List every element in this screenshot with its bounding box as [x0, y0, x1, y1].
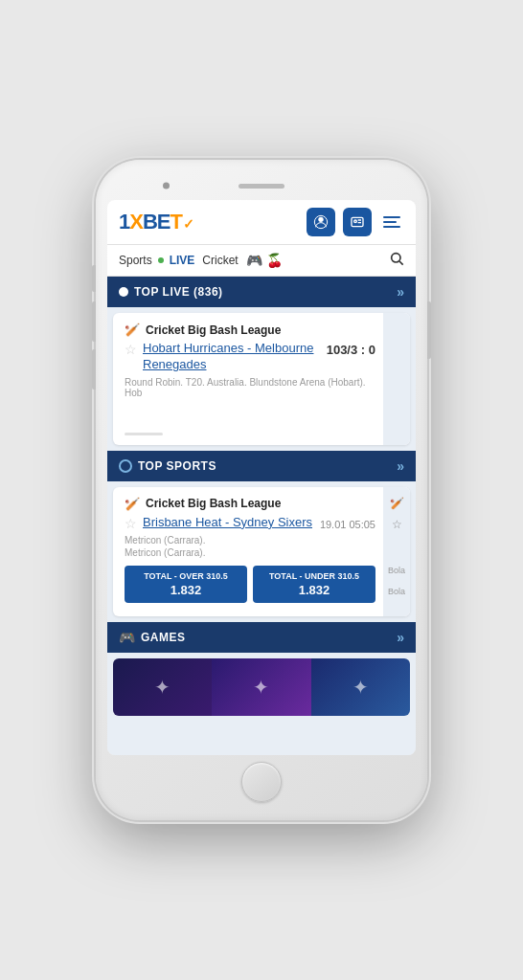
hamburger-icon — [383, 216, 400, 228]
top-live-title: TOP LIVE (836) — [134, 285, 223, 299]
svg-point-0 — [318, 217, 323, 222]
bet-under-odds: 1.832 — [257, 583, 372, 597]
games-chevron[interactable]: » — [397, 630, 404, 645]
games-banner-3[interactable]: ✦ — [311, 658, 410, 716]
bet-over-odds: 1.832 — [128, 583, 243, 597]
phone-screen: 1XBET✓ — [107, 200, 416, 755]
side-button-power — [427, 301, 431, 359]
sports-sphere-icon — [119, 459, 132, 473]
bet-over-button[interactable]: TOTAL - OVER 310.5 1.832 — [125, 566, 247, 603]
right-venue1: Bola — [388, 566, 405, 575]
side-button-volume-down — [92, 349, 96, 390]
top-match-time: 19.01 05:05 — [320, 515, 375, 530]
search-icon — [389, 251, 404, 266]
sports-nav-label[interactable]: Sports — [119, 254, 152, 267]
profile-icon-button[interactable] — [307, 208, 335, 236]
bet-buttons: TOTAL - OVER 310.5 1.832 TOTAL - UNDER 3… — [125, 566, 375, 607]
id-icon-button[interactable] — [343, 208, 372, 236]
gamepad-icon[interactable]: 🎮 — [246, 253, 262, 268]
banner-star-3: ✦ — [352, 676, 369, 699]
svg-point-6 — [392, 254, 400, 262]
svg-rect-2 — [352, 217, 363, 226]
top-match-league: 🏏 Cricket Big Bash League — [125, 497, 375, 511]
live-match-venue: Round Robin. T20. Australia. Blundstone … — [125, 377, 375, 398]
favorite-star-icon[interactable]: ☆ — [125, 342, 137, 357]
live-match-spacer — [125, 398, 375, 429]
logo-text: 1XBET✓ — [119, 210, 193, 234]
top-sports-match-card: 🏏 Cricket Big Bash League ☆ Brisbane Hea… — [113, 487, 410, 616]
cricket-bat-icon: 🏏 — [125, 323, 140, 337]
live-dot — [158, 257, 164, 263]
svg-line-7 — [399, 261, 403, 265]
nav-bar: Sports LIVE Cricket 🎮 🍒 — [107, 245, 416, 277]
top-teams-name[interactable]: Brisbane Heat - Sydney Sixers — [143, 515, 312, 531]
live-nav-label[interactable]: LIVE — [170, 254, 195, 267]
bet-over-label: TOTAL - OVER 310.5 — [128, 571, 243, 581]
right-star-icon[interactable]: ☆ — [392, 518, 402, 531]
top-live-chevron[interactable]: » — [397, 284, 404, 300]
banner-star-2: ✦ — [253, 676, 269, 699]
live-teams-name[interactable]: Hobart Hurricanes - Melbourne Renegades — [143, 341, 327, 373]
games-banner-1[interactable]: ✦ — [113, 658, 212, 716]
profile-icon — [313, 214, 329, 230]
id-icon — [350, 214, 365, 230]
bet-under-label: TOTAL - UNDER 310.5 — [257, 571, 372, 581]
top-sports-section-header[interactable]: TOP SPORTS » — [107, 451, 416, 481]
top-match-venue2: Metricon (Carrara). — [125, 547, 375, 558]
top-teams-row: ☆ Brisbane Heat - Sydney Sixers 19.01 05… — [125, 515, 375, 531]
cricket-nav-label[interactable]: Cricket — [202, 254, 238, 267]
live-match-card: 🏏 Cricket Big Bash League ☆ Hobart Hurri… — [113, 313, 410, 445]
games-banner: ✦ ✦ ✦ — [113, 658, 410, 716]
search-button[interactable] — [389, 251, 404, 270]
right-cricket-icon: 🏏 — [390, 497, 404, 510]
top-live-section-header[interactable]: TOP LIVE (836) » — [107, 277, 416, 307]
phone-frame: 1XBET✓ — [96, 160, 427, 820]
top-sports-title: TOP SPORTS — [138, 459, 216, 473]
header-icons — [307, 208, 404, 236]
home-button[interactable] — [241, 762, 282, 802]
phone-speaker — [239, 184, 284, 189]
live-league-name: Cricket Big Bash League — [146, 323, 281, 337]
phone-bottom — [107, 759, 416, 805]
top-match-venue1: Metricon (Carrara). — [125, 535, 375, 546]
side-button-volume-up — [92, 301, 96, 342]
games-banner-2[interactable]: ✦ — [212, 658, 310, 716]
right-venue2: Bola — [388, 587, 405, 596]
top-sports-chevron[interactable]: » — [397, 458, 404, 474]
svg-point-3 — [354, 220, 357, 223]
live-teams-row: ☆ Hobart Hurricanes - Melbourne Renegade… — [125, 341, 375, 373]
menu-button[interactable] — [379, 212, 404, 232]
top-card-right-strip: 🏏 ☆ Bola Bola — [383, 487, 410, 616]
app-header: 1XBET✓ — [107, 200, 416, 245]
banner-star-1: ✦ — [154, 676, 171, 699]
bet-under-button[interactable]: TOTAL - UNDER 310.5 1.832 — [253, 566, 375, 603]
favorite-star-icon-2[interactable]: ☆ — [125, 516, 137, 531]
games-section-header[interactable]: 🎮 GAMES » — [107, 622, 416, 653]
progress-bar — [125, 433, 163, 435]
cherry-icon[interactable]: 🍒 — [266, 253, 283, 268]
live-match-score: 103/3 : 0 — [327, 341, 375, 357]
cricket-bat-icon-2: 🏏 — [125, 497, 140, 511]
live-card-right-strip — [383, 313, 410, 445]
side-button-mute — [92, 265, 96, 292]
gamepad-section-icon: 🎮 — [119, 630, 135, 645]
phone-top — [107, 175, 416, 196]
top-league-name: Cricket Big Bash League — [146, 497, 281, 510]
phone-camera — [163, 183, 170, 189]
nav-left: Sports LIVE Cricket 🎮 🍒 — [119, 253, 283, 268]
games-title: GAMES — [141, 631, 186, 644]
live-match-league: 🏏 Cricket Big Bash League — [125, 323, 375, 337]
app-content: TOP LIVE (836) » 🏏 Cricket Big Bash Leag… — [107, 277, 416, 755]
logo: 1XBET✓ — [119, 210, 193, 234]
live-indicator — [119, 287, 128, 297]
